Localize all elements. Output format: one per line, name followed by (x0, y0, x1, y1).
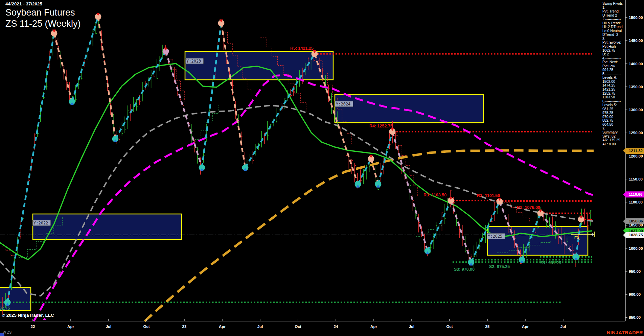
x-tick-label: Jul (560, 325, 566, 329)
x-tick-label: Oct (446, 325, 453, 329)
year-chip-label: Y:2024 (336, 102, 350, 106)
last-price-cross (591, 233, 594, 236)
y-tick-label: 850.00 (629, 315, 641, 319)
zigzag-segment (54, 33, 72, 101)
fib-label: F0 (574, 236, 579, 240)
step-line (394, 135, 418, 196)
x-tick-label: Apr (370, 325, 377, 329)
resistance-label: R4: 1252.75 (369, 124, 393, 128)
x-tick-label: Apr (67, 325, 74, 329)
zigzag-segment (72, 17, 98, 101)
y-tick-label: 1100.00 (629, 200, 643, 204)
x-tick-label: Jul (106, 325, 112, 329)
resistance-label: R3: 1103.50 (423, 193, 446, 197)
support-label: S1: 981.25 (540, 261, 561, 265)
y-tick-label: 900.00 (629, 292, 641, 296)
year-chip-label: Y:2025 (488, 234, 502, 239)
support-label: 882.75 (0, 306, 10, 311)
y-tick-label: 1300.00 (629, 108, 643, 112)
y-tick-label: 1400.00 (629, 62, 643, 66)
x-tick-label: Jul (257, 325, 263, 329)
x-tick-label: Apr (219, 325, 226, 329)
year-box (33, 214, 182, 240)
status-bar: W ZS NINJATRADER (0, 330, 644, 336)
resistance-label: R2: 1101.50 (477, 193, 500, 198)
step-line (169, 59, 184, 101)
copyright-watermark: © 2025 NinjaTrader, LLC (2, 313, 54, 318)
instrument-status-label: W ZS (3, 330, 12, 334)
sr-level-labels: R5: 1421.25R4: 1252.75R3: 1103.50R2: 110… (0, 46, 561, 311)
x-tick-label: Jul (409, 325, 415, 329)
year-chip-label: Y:2022 (33, 221, 48, 225)
year-chips: Y:2022Y:2023Y:2024Y:2025 (32, 58, 505, 239)
y-tick-label: 1150.00 (629, 177, 643, 181)
zigzag-segment (202, 23, 221, 167)
year-range-boxes (0, 51, 588, 311)
y-tick-label: 1350.00 (629, 85, 643, 89)
x-tick-label: 22 (31, 325, 35, 329)
x-tick-label: 23 (182, 325, 187, 329)
price-tag-value: 1116.66 (629, 192, 642, 196)
support-label: S3: 970.00 (454, 267, 475, 272)
y-tick-label: 1500.00 (629, 16, 643, 20)
y-tick-label: 1250.00 (629, 131, 643, 135)
y-tick-label: 1200.00 (629, 154, 643, 158)
moving-averages (0, 64, 594, 321)
year-chip-label: Y:2023 (186, 59, 201, 64)
zigzag-segment (7, 33, 54, 302)
zigzag-segment (221, 23, 245, 167)
zigzag-segment (98, 17, 115, 139)
axes: 22AprJulOct23AprJulOct24AprJulOct25AprJu… (0, 0, 643, 329)
zigzag-segment (115, 51, 166, 139)
support-label: S2: 975.25 (489, 264, 510, 269)
y-tick-label: 1000.00 (629, 246, 643, 250)
x-tick-label: 25 (485, 325, 490, 329)
zigzag-segment (392, 131, 428, 251)
y-tick-label: 950.00 (629, 269, 641, 273)
price-tag-value: 1211.32 (629, 149, 643, 153)
magenta-axis-triangle (43, 318, 47, 320)
x-tick-label: Oct (143, 325, 150, 329)
resistance-label: R1: 1076.00 (517, 205, 540, 210)
x-tick-label: Oct (295, 325, 301, 329)
y-tick-label: 1450.00 (629, 39, 643, 43)
resistance-label: R5: 1421.25 (290, 46, 314, 51)
price-tag-value: 1058.86 (629, 219, 643, 223)
x-tick-label: 24 (334, 325, 338, 329)
ma-slow-magenta-dashed (34, 75, 594, 321)
x-tick-label: Apr (522, 325, 529, 329)
price-tag-value: 1028.75 (629, 233, 643, 237)
ninjatrader-chart-window: F0R5: 1421.25R4: 1252.75R3: 1103.50R2: 1… (0, 0, 644, 336)
ninjatrader-logo: NINJATRADER (607, 330, 643, 335)
price-chart-canvas[interactable]: F0R5: 1421.25R4: 1252.75R3: 1103.50R2: 1… (0, 0, 644, 336)
